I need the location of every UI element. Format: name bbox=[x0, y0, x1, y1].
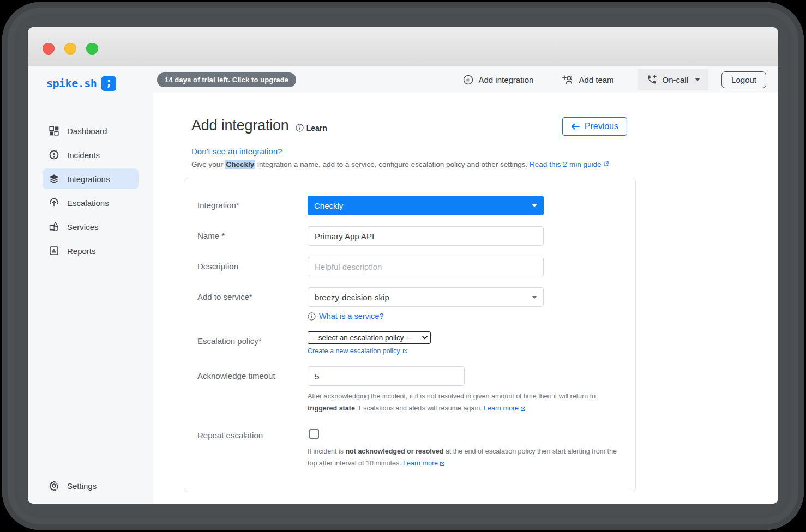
form-row-ack-timeout: Acknowledge timeout After acknowledging … bbox=[197, 366, 622, 415]
integration-select-value: Checkly bbox=[314, 201, 343, 210]
sidebar-item-reports[interactable]: Reports bbox=[43, 240, 139, 261]
sidebar-item-incidents[interactable]: Incidents bbox=[43, 144, 139, 165]
ack-help-prefix: After acknowledging the incident, if it … bbox=[308, 392, 596, 400]
repeat-help-prefix: If incident is bbox=[308, 448, 345, 455]
brand-logo[interactable]: spike.sh ; bbox=[46, 75, 153, 92]
page-title: Add integration bbox=[191, 117, 289, 134]
escalation-policy-label: Escalation policy* bbox=[197, 331, 308, 346]
ack-learn-more-link[interactable]: Learn more bbox=[484, 403, 526, 415]
ack-timeout-help-text: After acknowledging the incident, if it … bbox=[308, 391, 622, 415]
form-row-name: Name * bbox=[197, 226, 622, 246]
header-add-team-label: Add team bbox=[579, 75, 613, 84]
intro-prefix: Give your bbox=[191, 160, 225, 168]
gear-icon bbox=[49, 480, 59, 491]
learn-link[interactable]: Learn bbox=[296, 124, 327, 132]
ack-help-mid: . Escalations and alerts will resume aga… bbox=[355, 404, 484, 412]
phone-plus-icon bbox=[646, 74, 658, 85]
learn-more-label: Learn more bbox=[403, 458, 438, 470]
intro-text: Give your Checkly integration a name, ad… bbox=[191, 160, 636, 168]
sidebar-item-label: Incidents bbox=[67, 150, 100, 160]
name-input[interactable] bbox=[308, 226, 544, 246]
integration-form-card: Integration* Checkly Name * Description bbox=[184, 178, 636, 492]
sidebar-item-label: Reports bbox=[67, 246, 96, 256]
layers-icon bbox=[49, 173, 59, 184]
form-row-integration: Integration* Checkly bbox=[197, 196, 622, 215]
sidebar-item-integrations[interactable]: Integrations bbox=[43, 168, 139, 189]
sidebar-item-label: Escalations bbox=[67, 198, 109, 208]
sidebar: spike.sh ; Dashboard bbox=[28, 66, 153, 504]
learn-more-label: Learn more bbox=[484, 403, 519, 415]
repeat-escalation-checkbox[interactable] bbox=[309, 429, 319, 439]
header-add-team-button[interactable]: Add team bbox=[560, 75, 616, 85]
info-icon bbox=[296, 124, 304, 132]
external-link-icon bbox=[603, 161, 609, 167]
previous-button[interactable]: Previous bbox=[562, 117, 627, 136]
caret-down-icon bbox=[532, 296, 537, 299]
sidebar-item-dashboard[interactable]: Dashboard bbox=[43, 120, 139, 141]
learn-label: Learn bbox=[306, 124, 327, 132]
trial-banner[interactable]: 14 days of trial left. Click to upgrade bbox=[157, 72, 296, 87]
escalation-arrow-icon bbox=[49, 197, 59, 208]
chevron-down-icon bbox=[422, 336, 428, 340]
header-add-integration-button[interactable]: Add integration bbox=[461, 75, 536, 85]
logout-button[interactable]: Logout bbox=[721, 71, 766, 88]
sidebar-item-settings[interactable]: Settings bbox=[43, 475, 139, 496]
sidebar-item-label: Integrations bbox=[67, 174, 110, 184]
create-escalation-policy-link[interactable]: Create a new escalation policy bbox=[308, 347, 408, 355]
integration-label: Integration* bbox=[197, 196, 308, 210]
sidebar-item-label: Dashboard bbox=[67, 126, 107, 136]
on-call-dropdown[interactable]: On-call bbox=[638, 69, 709, 90]
user-plus-icon bbox=[562, 75, 574, 85]
dont-see-integration-link[interactable]: Don't see an integration? bbox=[191, 147, 282, 156]
repeat-help-bold: not acknowledged or resolved bbox=[345, 448, 443, 455]
zoom-window-icon[interactable] bbox=[86, 43, 98, 55]
acknowledge-timeout-input[interactable] bbox=[308, 366, 465, 386]
previous-label: Previous bbox=[585, 122, 618, 131]
sidebar-item-label: Settings bbox=[67, 481, 97, 491]
integration-name-highlight: Checkly bbox=[225, 160, 256, 169]
info-icon bbox=[308, 312, 316, 321]
create-escalation-policy-label: Create a new escalation policy bbox=[308, 347, 400, 355]
name-label: Name * bbox=[197, 226, 308, 240]
sidebar-item-label: Services bbox=[67, 222, 99, 232]
escalation-policy-select[interactable]: -- select an escalation policy -- bbox=[308, 331, 431, 344]
two-min-guide-link[interactable]: Read this 2-min guide bbox=[530, 160, 601, 168]
acknowledge-timeout-label: Acknowledge timeout bbox=[197, 366, 308, 380]
description-input[interactable] bbox=[308, 257, 544, 276]
external-link-icon bbox=[520, 406, 526, 412]
top-header: 14 days of trial left. Click to upgrade … bbox=[153, 66, 778, 93]
external-link-icon bbox=[402, 348, 408, 354]
minimize-window-icon[interactable] bbox=[64, 43, 76, 55]
repeat-learn-more-link[interactable]: Learn more bbox=[403, 458, 445, 470]
window-titlebar bbox=[28, 27, 778, 66]
sidebar-item-services[interactable]: Services bbox=[43, 216, 139, 237]
service-label: Add to service* bbox=[197, 287, 308, 301]
caret-down-icon bbox=[532, 204, 537, 207]
integration-select[interactable]: Checkly bbox=[308, 196, 544, 215]
external-link-icon bbox=[440, 461, 445, 467]
close-window-icon[interactable] bbox=[43, 43, 55, 55]
service-select-value: breezy-decision-skip bbox=[315, 293, 389, 302]
intro-middle: integration a name, add to a service, co… bbox=[255, 160, 530, 168]
left-arrow-icon bbox=[571, 123, 580, 130]
dashboard-icon bbox=[49, 125, 59, 136]
brand-mark-icon: ; bbox=[101, 76, 116, 91]
caret-down-icon bbox=[695, 78, 700, 81]
form-row-repeat-escalation: Repeat escalation If incident is not ack… bbox=[197, 426, 622, 470]
page-content: Add integration Learn bbox=[153, 93, 778, 504]
form-row-service: Add to service* breezy-decision-skip bbox=[197, 287, 622, 321]
escalation-policy-select-value: -- select an escalation policy -- bbox=[311, 334, 411, 342]
header-add-integration-label: Add integration bbox=[478, 75, 533, 84]
description-label: Description bbox=[197, 257, 308, 271]
plus-circle-icon bbox=[463, 75, 473, 85]
incident-badge-icon bbox=[49, 149, 59, 160]
service-select[interactable]: breezy-decision-skip bbox=[308, 287, 544, 307]
sidebar-item-escalations[interactable]: Escalations bbox=[43, 192, 139, 213]
form-row-description: Description bbox=[197, 257, 622, 276]
what-is-a-service-link[interactable]: What is a service? bbox=[319, 312, 383, 321]
shapes-icon bbox=[49, 221, 59, 232]
repeat-escalation-help-text: If incident is not acknowledged or resol… bbox=[308, 446, 622, 470]
app-window: spike.sh ; Dashboard bbox=[28, 27, 778, 504]
repeat-escalation-label: Repeat escalation bbox=[197, 426, 308, 440]
main-area: 14 days of trial left. Click to upgrade … bbox=[153, 66, 778, 504]
